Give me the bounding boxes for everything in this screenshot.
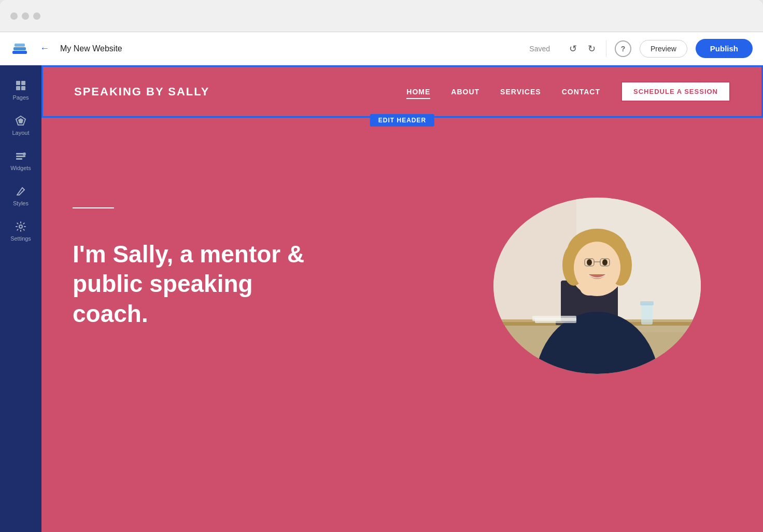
site-logo-text: SPEAKING BY SALLY bbox=[74, 85, 209, 99]
sidebar-layout-label: Layout bbox=[12, 130, 29, 136]
page-title: My New Website bbox=[60, 44, 521, 53]
sidebar: Pages Layout Widgets bbox=[0, 65, 41, 532]
svg-point-30 bbox=[587, 259, 592, 265]
sidebar-item-pages[interactable]: Pages bbox=[3, 74, 39, 107]
preview-button[interactable]: Preview bbox=[640, 40, 687, 58]
svg-point-32 bbox=[580, 281, 599, 296]
svg-rect-5 bbox=[16, 86, 20, 90]
traffic-light-minimize[interactable] bbox=[22, 12, 29, 20]
saved-status: Saved bbox=[529, 45, 550, 53]
traffic-lights bbox=[10, 12, 40, 20]
svg-rect-4 bbox=[21, 81, 25, 85]
site-nav: HOME ABOUT SERVICES CONTACT bbox=[406, 88, 600, 96]
sidebar-settings-label: Settings bbox=[10, 235, 31, 242]
publish-button[interactable]: Publish bbox=[696, 39, 753, 58]
canvas: SPEAKING BY SALLY HOME ABOUT SERVICES CO… bbox=[41, 65, 763, 532]
app-logo bbox=[10, 39, 29, 58]
svg-rect-3 bbox=[16, 81, 20, 85]
svg-rect-1 bbox=[13, 47, 26, 50]
undo-button[interactable]: ↺ bbox=[564, 40, 581, 57]
hero-title: I'm Sally, a mentor & public speaking co… bbox=[73, 240, 332, 329]
svg-rect-37 bbox=[640, 301, 654, 305]
sidebar-item-widgets[interactable]: Widgets bbox=[3, 144, 39, 177]
site-header[interactable]: SPEAKING BY SALLY HOME ABOUT SERVICES CO… bbox=[41, 65, 763, 118]
nav-item-about[interactable]: ABOUT bbox=[451, 88, 479, 96]
sidebar-item-styles[interactable]: Styles bbox=[3, 179, 39, 213]
sidebar-pages-label: Pages bbox=[12, 94, 29, 101]
svg-rect-6 bbox=[21, 86, 25, 90]
schedule-button[interactable]: SCHEDULE A SESSION bbox=[621, 81, 730, 102]
undo-redo-group: ↺ ↻ bbox=[558, 40, 606, 57]
svg-rect-11 bbox=[16, 158, 22, 160]
sidebar-item-settings[interactable]: Settings bbox=[3, 215, 39, 248]
hero-section: I'm Sally, a mentor & public speaking co… bbox=[41, 118, 763, 418]
sidebar-widgets-label: Widgets bbox=[10, 165, 31, 171]
nav-item-home[interactable]: HOME bbox=[406, 88, 430, 96]
editor-toolbar: ← My New Website Saved ↺ ↻ ? Preview Pub… bbox=[0, 32, 763, 65]
svg-marker-8 bbox=[18, 118, 23, 123]
svg-rect-0 bbox=[12, 51, 27, 54]
svg-rect-36 bbox=[641, 304, 653, 325]
edit-header-label[interactable]: EDIT HEADER bbox=[370, 114, 434, 127]
sidebar-styles-label: Styles bbox=[13, 200, 29, 206]
hero-divider bbox=[73, 207, 114, 208]
website-preview: SPEAKING BY SALLY HOME ABOUT SERVICES CO… bbox=[41, 65, 763, 532]
svg-rect-2 bbox=[15, 44, 25, 47]
sidebar-item-layout[interactable]: Layout bbox=[3, 109, 39, 142]
svg-rect-10 bbox=[16, 156, 25, 157]
back-button[interactable]: ← bbox=[37, 41, 52, 56]
svg-point-17 bbox=[19, 225, 22, 228]
nav-item-services[interactable]: SERVICES bbox=[500, 88, 541, 96]
traffic-light-fullscreen[interactable] bbox=[33, 12, 40, 20]
nav-item-contact[interactable]: CONTACT bbox=[562, 88, 600, 96]
hero-image bbox=[493, 198, 701, 374]
traffic-light-close[interactable] bbox=[10, 12, 18, 20]
mac-chrome bbox=[0, 0, 763, 32]
svg-rect-39 bbox=[532, 316, 576, 321]
svg-point-31 bbox=[602, 259, 607, 265]
help-button[interactable]: ? bbox=[615, 40, 631, 57]
editor-main: Pages Layout Widgets bbox=[0, 65, 763, 532]
redo-button[interactable]: ↻ bbox=[583, 40, 600, 57]
